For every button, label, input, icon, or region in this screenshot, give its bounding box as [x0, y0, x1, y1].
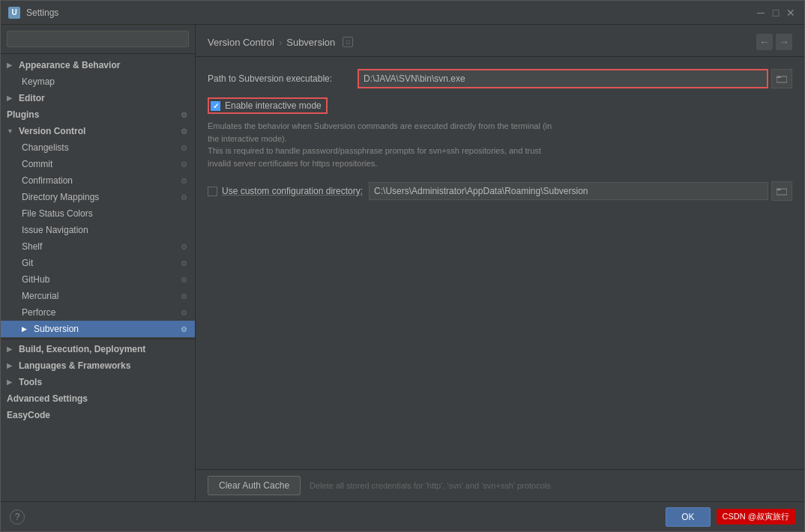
- settings-icon: ⚙: [178, 274, 189, 285]
- custom-config-checkbox[interactable]: [208, 187, 217, 196]
- main-header: Version Control › Subversion ⊡ ← →: [196, 25, 804, 57]
- sidebar-item-perforce[interactable]: Perforce ⚙: [1, 304, 195, 321]
- sidebar-item-label: Directory Mappings: [22, 192, 178, 202]
- sidebar-item-label: Advanced Settings: [7, 393, 189, 404]
- sidebar-item-commit[interactable]: Commit ⚙: [1, 156, 195, 172]
- settings-icon: ⚙: [178, 192, 189, 202]
- expand-icon: ▶: [7, 61, 16, 69]
- sidebar-item-changelists[interactable]: Changelists ⚙: [1, 139, 195, 156]
- settings-icon: ⚙: [178, 291, 189, 301]
- sidebar-item-appearance[interactable]: ▶ Appearance & Behavior: [1, 57, 195, 73]
- sidebar-item-subversion[interactable]: ▶ Subversion ⚙: [1, 321, 195, 337]
- nav-separator: [1, 339, 195, 339]
- sidebar-item-tools[interactable]: ▶ Tools: [1, 374, 195, 390]
- interactive-mode-checkbox-wrapper: ✓ Enable interactive mode: [208, 97, 328, 114]
- sidebar-item-advanced-settings[interactable]: Advanced Settings: [1, 390, 195, 407]
- sidebar-item-directory-mappings[interactable]: Directory Mappings ⚙: [1, 189, 195, 205]
- clear-auth-cache-button[interactable]: Clear Auth Cache: [208, 476, 301, 495]
- maximize-button[interactable]: □: [770, 7, 782, 19]
- sidebar-item-github[interactable]: GitHub ⚙: [1, 271, 195, 288]
- help-button[interactable]: ?: [10, 510, 25, 525]
- description-text: Emulates the behavior when Subversion co…: [208, 120, 627, 169]
- sidebar-item-easycode[interactable]: EasyCode: [1, 407, 195, 423]
- sidebar-item-confirmation[interactable]: Confirmation ⚙: [1, 172, 195, 189]
- sidebar-item-label: Keymap: [22, 76, 189, 87]
- forward-button[interactable]: →: [776, 34, 792, 50]
- sidebar-item-label: Appearance & Behavior: [19, 60, 189, 70]
- nav-list: ▶ Appearance & Behavior Keymap ▶ Editor …: [1, 54, 195, 501]
- custom-config-row: Use custom configuration directory:: [208, 181, 792, 201]
- expand-icon: ▶: [7, 378, 16, 386]
- breadcrumb: Version Control › Subversion ⊡: [208, 37, 756, 48]
- sidebar-item-keymap[interactable]: Keymap: [1, 73, 195, 90]
- sidebar-item-languages[interactable]: ▶ Languages & Frameworks: [1, 357, 195, 374]
- settings-icon: ⚙: [178, 175, 189, 186]
- bottom-bar: ? OK CSDN @叔寅旅行: [1, 501, 804, 531]
- breadcrumb-current: Subversion: [286, 37, 335, 48]
- ok-button[interactable]: OK: [666, 507, 710, 527]
- interactive-mode-label[interactable]: Enable interactive mode: [225, 100, 322, 111]
- sidebar-item-mercurial[interactable]: Mercurial ⚙: [1, 288, 195, 304]
- sidebar-item-label: Confirmation: [22, 175, 178, 186]
- sidebar-item-version-control[interactable]: ▼ Version Control ⚙: [1, 123, 195, 139]
- breadcrumb-settings-icon: ⊡: [343, 37, 353, 47]
- close-button[interactable]: ✕: [785, 7, 797, 19]
- csdn-badge: CSDN @叔寅旅行: [717, 509, 795, 525]
- path-row: Path to Subversion executable:: [208, 69, 792, 88]
- sidebar-item-label: GitHub: [22, 274, 178, 285]
- back-button[interactable]: ←: [756, 34, 773, 50]
- expand-icon: ▶: [7, 362, 16, 369]
- interactive-mode-row: ✓ Enable interactive mode: [208, 97, 792, 114]
- settings-window: U Settings ─ □ ✕ ▶ Appearance & Behavior: [0, 0, 805, 532]
- main-panel: Version Control › Subversion ⊡ ← → Path …: [196, 25, 804, 501]
- header-nav-buttons: ← →: [756, 34, 792, 50]
- sidebar-item-plugins[interactable]: Plugins ⚙: [1, 106, 195, 123]
- sidebar-item-label: Languages & Frameworks: [19, 360, 189, 371]
- settings-icon: ⚙: [178, 241, 189, 252]
- sidebar-item-label: File Status Colors: [22, 208, 189, 219]
- interactive-mode-checkbox[interactable]: ✓: [211, 101, 220, 111]
- sidebar-item-file-status-colors[interactable]: File Status Colors: [1, 205, 195, 222]
- sidebar-item-label: Version Control: [19, 126, 178, 136]
- sidebar-item-label: Perforce: [22, 307, 178, 318]
- sidebar-item-label: Issue Navigation: [22, 225, 189, 235]
- sidebar: ▶ Appearance & Behavior Keymap ▶ Editor …: [1, 25, 196, 501]
- sidebar-item-label: Tools: [19, 377, 189, 387]
- sidebar-item-issue-navigation[interactable]: Issue Navigation: [1, 222, 195, 238]
- search-input[interactable]: [7, 31, 189, 47]
- path-browse-button[interactable]: [771, 69, 792, 88]
- custom-config-label: Use custom configuration directory:: [222, 186, 363, 196]
- sidebar-item-label: Subversion: [34, 324, 178, 334]
- custom-config-input[interactable]: [369, 182, 768, 200]
- expand-icon: ▼: [7, 127, 16, 135]
- settings-icon: ⚙: [178, 109, 189, 120]
- expand-icon: ▶: [7, 94, 16, 102]
- main-body: Path to Subversion executable: ✓: [196, 57, 804, 469]
- search-box: [1, 25, 195, 54]
- expand-icon: ▶: [7, 345, 16, 353]
- expand-icon: ▶: [22, 325, 31, 333]
- sidebar-item-label: Editor: [19, 93, 189, 103]
- sidebar-item-shelf[interactable]: Shelf ⚙: [1, 238, 195, 255]
- sidebar-item-label: Build, Execution, Deployment: [19, 344, 189, 354]
- sidebar-item-label: Changelists: [22, 142, 178, 153]
- settings-icon: ⚙: [178, 258, 189, 268]
- sidebar-item-editor[interactable]: ▶ Editor: [1, 90, 195, 106]
- sidebar-item-build-execution[interactable]: ▶ Build, Execution, Deployment: [1, 341, 195, 357]
- footer-description: Delete all stored credentials for 'http'…: [310, 481, 551, 490]
- window-controls: ─ □ ✕: [755, 7, 797, 19]
- app-icon: U: [8, 7, 20, 19]
- sidebar-item-label: Commit: [22, 159, 178, 169]
- minimize-button[interactable]: ─: [755, 7, 767, 19]
- settings-icon: ⚙: [178, 324, 189, 334]
- breadcrumb-separator: ›: [279, 37, 282, 48]
- sidebar-item-git[interactable]: Git ⚙: [1, 255, 195, 271]
- settings-icon: ⚙: [178, 142, 189, 153]
- breadcrumb-parent: Version Control: [208, 37, 274, 48]
- window-title: Settings: [26, 7, 755, 18]
- path-input[interactable]: [358, 69, 768, 88]
- sidebar-item-label: Plugins: [7, 109, 178, 120]
- check-icon: ✓: [213, 102, 219, 110]
- custom-config-browse-button[interactable]: [771, 181, 792, 201]
- footer: Clear Auth Cache Delete all stored crede…: [196, 469, 804, 501]
